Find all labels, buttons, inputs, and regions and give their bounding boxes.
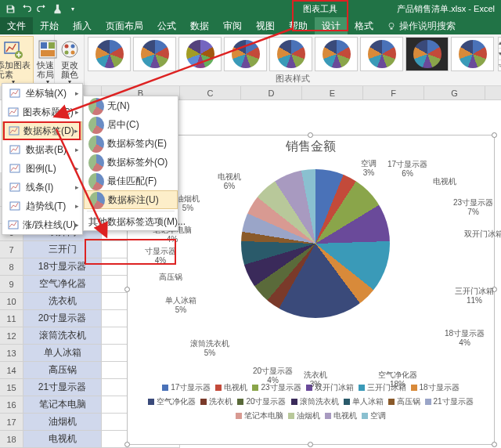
row-header[interactable]: 9 bbox=[0, 276, 23, 293]
data-label[interactable]: 23寸显示器7% bbox=[453, 198, 493, 216]
data-label[interactable]: 电视机6% bbox=[218, 172, 241, 190]
submenu-item[interactable]: 居中(C) bbox=[84, 115, 178, 134]
legend-item[interactable]: 电视机 bbox=[215, 382, 247, 393]
add-chart-element-button[interactable]: 添加图表 元素 ▾ bbox=[0, 36, 34, 89]
cell[interactable]: 高压锅 bbox=[23, 362, 102, 379]
row-header[interactable]: 10 bbox=[0, 293, 23, 310]
data-label[interactable]: 20寸显示器4% bbox=[253, 367, 293, 385]
legend-item[interactable]: 电视机 bbox=[325, 410, 357, 421]
data-label[interactable]: 滚筒洗衣机5% bbox=[190, 339, 229, 357]
chart-style-thumb[interactable] bbox=[269, 37, 312, 71]
cell[interactable]: 滚筒洗衣机 bbox=[23, 327, 102, 345]
legend-item[interactable]: 20寸显示器 bbox=[237, 396, 286, 407]
row-header[interactable]: 14 bbox=[0, 362, 23, 379]
tab-页面布局[interactable]: 页面布局 bbox=[99, 17, 150, 34]
data-label[interactable]: 洗衣机3% bbox=[304, 370, 327, 388]
chart-style-thumb[interactable] bbox=[133, 37, 176, 71]
cell[interactable]: 电视机 bbox=[23, 431, 102, 448]
more-label-options[interactable]: 其他数据标签选项(M)... bbox=[84, 213, 178, 230]
data-label[interactable]: 三开门冰箱11% bbox=[455, 287, 494, 305]
chart-style-thumb[interactable] bbox=[360, 37, 403, 71]
tab-视图[interactable]: 视图 bbox=[249, 17, 282, 34]
legend-item[interactable]: 油烟机 bbox=[288, 410, 320, 421]
row-header[interactable]: 8 bbox=[0, 258, 23, 276]
row-header[interactable]: 7 bbox=[0, 241, 23, 258]
submenu-item[interactable]: 最佳匹配(F) bbox=[84, 172, 178, 190]
legend-item[interactable]: 21寸显示器 bbox=[425, 396, 474, 407]
data-label[interactable]: 空气净化器18% bbox=[378, 370, 417, 388]
row-header[interactable]: 15 bbox=[0, 379, 23, 396]
cell[interactable]: 笔记本电脑 bbox=[23, 396, 102, 414]
row-header[interactable]: 17 bbox=[0, 414, 23, 431]
gallery-scroll[interactable]: ▴▾▿ bbox=[498, 37, 501, 71]
cell[interactable]: 空气净化器 bbox=[23, 276, 102, 293]
legend-item[interactable]: 单人冰箱 bbox=[344, 396, 384, 407]
cell[interactable]: 油烟机 bbox=[23, 414, 102, 431]
menu-item[interactable]: 线条(I)▸ bbox=[2, 178, 82, 197]
plot-area[interactable]: 空调3%17寸显示器6%电视机6%电视机油烟机5%23寸显示器7%笔记本电脑4%… bbox=[128, 155, 494, 382]
row-header[interactable]: 16 bbox=[0, 396, 23, 414]
tab-设计[interactable]: 设计 bbox=[315, 17, 348, 34]
tab-审阅[interactable]: 审阅 bbox=[216, 17, 249, 34]
chart-styles-gallery[interactable]: ▴▾▿ 图表样式 bbox=[85, 34, 501, 85]
menu-item[interactable]: 坐标轴(X)▸ bbox=[2, 84, 82, 103]
data-label[interactable]: 高压锅 bbox=[159, 273, 182, 282]
legend-item[interactable]: 空气净化器 bbox=[148, 396, 196, 407]
touch-mode-icon[interactable] bbox=[52, 3, 63, 14]
tab-数据[interactable]: 数据 bbox=[183, 17, 216, 34]
chart-style-thumb[interactable] bbox=[451, 37, 494, 71]
redo-icon[interactable] bbox=[36, 3, 47, 14]
cell[interactable]: 18寸显示器 bbox=[23, 258, 102, 276]
data-labels-submenu[interactable]: 无(N)居中(C)数据标签内(E)数据标签外(O)最佳匹配(F)数据标注(U)其… bbox=[83, 96, 178, 231]
row-header[interactable]: 12 bbox=[0, 327, 23, 345]
save-icon[interactable] bbox=[5, 3, 16, 14]
change-colors-button[interactable]: 更改 颜色 ▾ bbox=[56, 36, 84, 89]
data-label[interactable]: 双开门冰箱 bbox=[464, 229, 501, 239]
menu-item[interactable]: 涨/跌柱线(U)▸ bbox=[2, 215, 82, 234]
tab-格式[interactable]: 格式 bbox=[348, 17, 380, 34]
undo-icon[interactable] bbox=[20, 3, 31, 14]
col-header-C[interactable]: C bbox=[180, 86, 241, 99]
col-header-F[interactable]: F bbox=[363, 86, 424, 99]
tab-文件[interactable]: 文件 bbox=[0, 17, 33, 34]
menu-item[interactable]: 数据标签(D)▸ bbox=[2, 121, 82, 140]
menu-item[interactable]: 数据表(B)▸ bbox=[2, 140, 82, 159]
data-label[interactable]: 空调3% bbox=[361, 159, 377, 177]
tell-me[interactable]: 操作说明搜索 bbox=[380, 17, 462, 34]
menu-item[interactable]: 趋势线(T)▸ bbox=[2, 197, 82, 215]
submenu-item[interactable]: 数据标签内(E) bbox=[84, 134, 178, 153]
cell[interactable]: 21寸显示器 bbox=[23, 379, 102, 396]
row-header[interactable]: 11 bbox=[0, 310, 23, 327]
chart-style-thumb[interactable] bbox=[405, 37, 449, 71]
row-header[interactable]: 18 bbox=[0, 431, 23, 448]
qat-customize-icon[interactable]: ▾ bbox=[67, 3, 78, 14]
data-label[interactable]: 18寸显示器4% bbox=[445, 329, 485, 347]
legend-item[interactable]: 滚筒洗衣机 bbox=[291, 396, 339, 407]
tab-开始[interactable]: 开始 bbox=[33, 17, 66, 34]
legend-item[interactable]: 笔记本电脑 bbox=[236, 410, 283, 421]
legend-item[interactable]: 17寸显示器 bbox=[162, 382, 211, 393]
data-label[interactable]: 寸显示器4% bbox=[145, 247, 176, 265]
tab-帮助[interactable]: 帮助 bbox=[282, 17, 315, 34]
pie-slices[interactable] bbox=[241, 169, 390, 318]
col-header-E[interactable]: E bbox=[302, 86, 363, 99]
chart-style-thumb[interactable] bbox=[88, 37, 131, 71]
data-label[interactable]: 电视机 bbox=[433, 177, 456, 186]
submenu-item[interactable]: 数据标签外(O) bbox=[84, 153, 178, 172]
add-element-menu[interactable]: 坐标轴(X)▸图表标题(C)▸数据标签(D)▸数据表(B)▸图例(L)▸线条(I… bbox=[2, 83, 83, 235]
col-header-D[interactable]: D bbox=[241, 86, 302, 99]
chart-style-thumb[interactable] bbox=[315, 37, 358, 71]
legend-item[interactable]: 18寸显示器 bbox=[411, 382, 460, 393]
legend-item[interactable]: 空调 bbox=[362, 410, 386, 421]
cell[interactable]: 单人冰箱 bbox=[23, 345, 102, 362]
submenu-item[interactable]: 无(N) bbox=[84, 96, 178, 115]
data-label[interactable]: 油烟机5% bbox=[176, 194, 200, 212]
chart-style-thumb[interactable] bbox=[178, 37, 222, 71]
submenu-item[interactable]: 数据标注(U) bbox=[84, 190, 178, 209]
menu-item[interactable]: 图表标题(C)▸ bbox=[2, 103, 82, 121]
menu-item[interactable]: 图例(L)▸ bbox=[2, 159, 82, 178]
legend-item[interactable]: 高压锅 bbox=[388, 396, 420, 407]
data-label[interactable]: 17寸显示器6% bbox=[387, 160, 427, 178]
chart-legend[interactable]: 17寸显示器电视机23寸显示器双开门冰箱三开门冰箱18寸显示器空气净化器洗衣机2… bbox=[128, 382, 494, 426]
row-header[interactable]: 13 bbox=[0, 345, 23, 362]
